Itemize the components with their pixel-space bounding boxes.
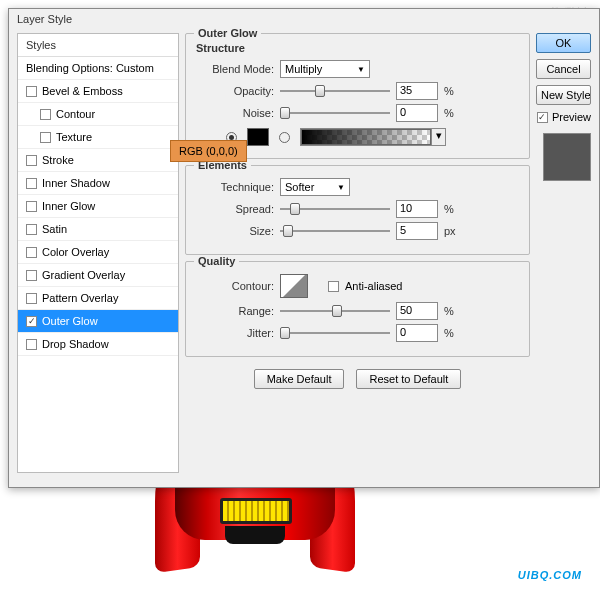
checkbox-icon[interactable]	[26, 293, 37, 304]
checkbox-icon[interactable]	[40, 132, 51, 143]
style-label: Stroke	[42, 154, 74, 166]
group-title: Outer Glow	[194, 27, 261, 39]
checkbox-icon[interactable]	[26, 178, 37, 189]
style-label: Drop Shadow	[42, 338, 109, 350]
preview-checkbox[interactable]	[537, 112, 548, 123]
unit: %	[444, 327, 454, 339]
ok-button[interactable]: OK	[536, 33, 591, 53]
range-input[interactable]: 50	[396, 302, 438, 320]
size-input[interactable]: 5	[396, 222, 438, 240]
right-buttons: OK Cancel New Style... Preview	[536, 33, 591, 473]
unit: %	[444, 107, 454, 119]
style-texture[interactable]: Texture	[18, 126, 178, 149]
new-style-button[interactable]: New Style...	[536, 85, 591, 105]
layer-style-dialog: Layer Style Styles Blending Options: Cus…	[8, 8, 600, 488]
elements-group: Elements Technique: Softer▼ Spread: 10 %…	[185, 165, 530, 255]
style-label: Inner Shadow	[42, 177, 110, 189]
size-label: Size:	[196, 225, 274, 237]
preview-label: Preview	[552, 111, 591, 123]
unit: %	[444, 85, 454, 97]
size-slider[interactable]	[280, 224, 390, 238]
checkbox-icon[interactable]	[26, 339, 37, 350]
style-stroke[interactable]: Stroke	[18, 149, 178, 172]
range-label: Range:	[196, 305, 274, 317]
unit: %	[444, 203, 454, 215]
noise-label: Noise:	[196, 107, 274, 119]
chevron-down-icon[interactable]: ▾	[431, 129, 445, 145]
contour-label: Contour:	[196, 280, 274, 292]
quality-title: Quality	[194, 255, 239, 267]
checkbox-icon[interactable]	[26, 155, 37, 166]
gradient-picker[interactable]: ▾	[300, 128, 446, 146]
rgb-callout: RGB (0,0,0)	[170, 140, 247, 162]
jitter-input[interactable]: 0	[396, 324, 438, 342]
rocket-stripe	[220, 498, 292, 524]
blendmode-select[interactable]: Multiply▼	[280, 60, 370, 78]
checkbox-icon[interactable]	[26, 86, 37, 97]
styles-header[interactable]: Styles	[18, 34, 178, 57]
checkbox-icon[interactable]	[26, 316, 37, 327]
style-label: Inner Glow	[42, 200, 95, 212]
checkbox-icon[interactable]	[26, 270, 37, 281]
blendmode-label: Blend Mode:	[196, 63, 274, 75]
checkbox-icon[interactable]	[26, 247, 37, 258]
antialiased-checkbox[interactable]	[328, 281, 339, 292]
style-outer-glow[interactable]: Outer Glow	[18, 310, 178, 333]
opacity-label: Opacity:	[196, 85, 274, 97]
opacity-input[interactable]: 35	[396, 82, 438, 100]
color-swatch[interactable]	[247, 128, 269, 146]
style-label: Satin	[42, 223, 67, 235]
style-label: Color Overlay	[42, 246, 109, 258]
checkbox-icon[interactable]	[40, 109, 51, 120]
chevron-down-icon: ▼	[357, 65, 365, 74]
opacity-slider[interactable]	[280, 84, 390, 98]
noise-slider[interactable]	[280, 106, 390, 120]
preview-swatch	[543, 133, 591, 181]
checkbox-icon[interactable]	[26, 201, 37, 212]
quality-group: Quality Contour: Anti-aliased Range: 50 …	[185, 261, 530, 357]
range-slider[interactable]	[280, 304, 390, 318]
checkbox-icon[interactable]	[26, 224, 37, 235]
style-label: Pattern Overlay	[42, 292, 118, 304]
styles-list: Styles Blending Options: Custom Bevel & …	[17, 33, 179, 473]
spread-label: Spread:	[196, 203, 274, 215]
select-value: Multiply	[285, 63, 322, 75]
chevron-down-icon: ▼	[337, 183, 345, 192]
rocket-nozzle	[225, 526, 285, 544]
style-gradient-overlay[interactable]: Gradient Overlay	[18, 264, 178, 287]
style-label: Texture	[56, 131, 92, 143]
settings-panel: Outer Glow Structure Blend Mode: Multipl…	[185, 33, 530, 473]
technique-label: Technique:	[196, 181, 274, 193]
style-bevel[interactable]: Bevel & Emboss	[18, 80, 178, 103]
style-label: Gradient Overlay	[42, 269, 125, 281]
select-value: Softer	[285, 181, 314, 193]
unit: px	[444, 225, 456, 237]
make-default-button[interactable]: Make Default	[254, 369, 345, 389]
contour-picker[interactable]	[280, 274, 308, 298]
dialog-title: Layer Style	[9, 9, 599, 29]
style-contour[interactable]: Contour	[18, 103, 178, 126]
unit: %	[444, 305, 454, 317]
cancel-button[interactable]: Cancel	[536, 59, 591, 79]
style-drop-shadow[interactable]: Drop Shadow	[18, 333, 178, 356]
gradient-radio[interactable]	[279, 132, 290, 143]
style-satin[interactable]: Satin	[18, 218, 178, 241]
jitter-label: Jitter:	[196, 327, 274, 339]
site-logo: UiBQ.CoM	[518, 555, 582, 586]
reset-default-button[interactable]: Reset to Default	[356, 369, 461, 389]
style-label: Contour	[56, 108, 95, 120]
antialiased-label: Anti-aliased	[345, 280, 402, 292]
structure-title: Structure	[196, 42, 519, 54]
style-label: Outer Glow	[42, 315, 98, 327]
style-label: Bevel & Emboss	[42, 85, 123, 97]
style-pattern-overlay[interactable]: Pattern Overlay	[18, 287, 178, 310]
style-inner-shadow[interactable]: Inner Shadow	[18, 172, 178, 195]
style-inner-glow[interactable]: Inner Glow	[18, 195, 178, 218]
spread-input[interactable]: 10	[396, 200, 438, 218]
blending-options[interactable]: Blending Options: Custom	[18, 57, 178, 80]
noise-input[interactable]: 0	[396, 104, 438, 122]
spread-slider[interactable]	[280, 202, 390, 216]
technique-select[interactable]: Softer▼	[280, 178, 350, 196]
style-color-overlay[interactable]: Color Overlay	[18, 241, 178, 264]
jitter-slider[interactable]	[280, 326, 390, 340]
